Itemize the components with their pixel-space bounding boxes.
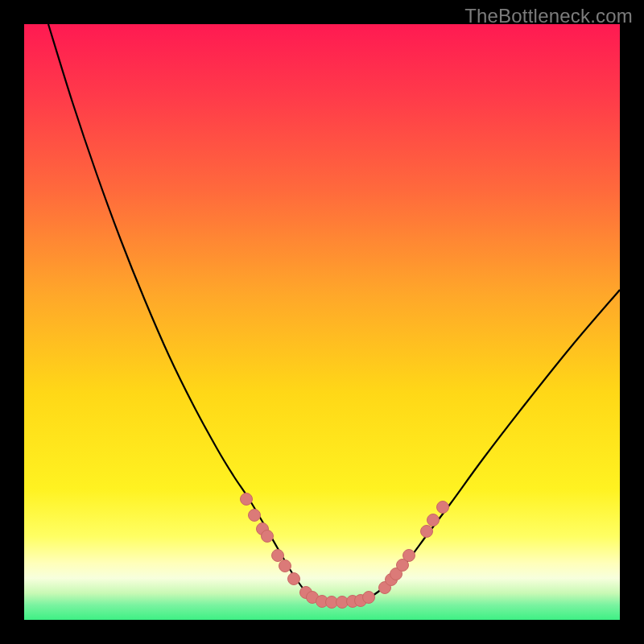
data-point [403,550,415,562]
data-point [427,514,440,526]
data-point [249,510,261,522]
plot-area [24,24,620,620]
chart-svg [24,24,620,620]
data-point [241,493,253,506]
data-point [288,573,300,585]
gradient-background [24,24,620,620]
data-point [262,530,274,543]
chart-frame: TheBottleneck.com [0,0,644,644]
data-point [363,592,375,604]
data-point [421,526,433,538]
data-point [272,550,284,562]
data-point [437,502,449,514]
data-point [279,560,291,572]
